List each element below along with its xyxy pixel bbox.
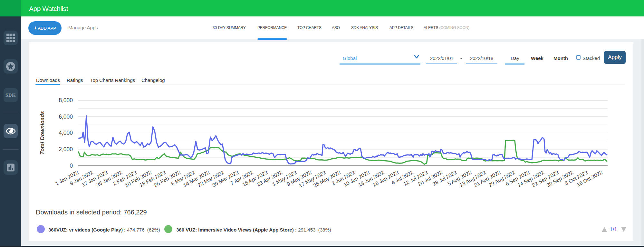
svg-text:0: 0 — [70, 163, 73, 169]
svg-text:2,000: 2,000 — [59, 146, 73, 153]
svg-text:8,000: 8,000 — [59, 97, 73, 104]
svg-text:Total Downloads: Total Downloads — [39, 111, 45, 154]
svg-text:1/1: 1/1 — [610, 227, 617, 232]
svg-text:6,000: 6,000 — [59, 114, 73, 120]
svg-text:4,000: 4,000 — [59, 130, 73, 136]
